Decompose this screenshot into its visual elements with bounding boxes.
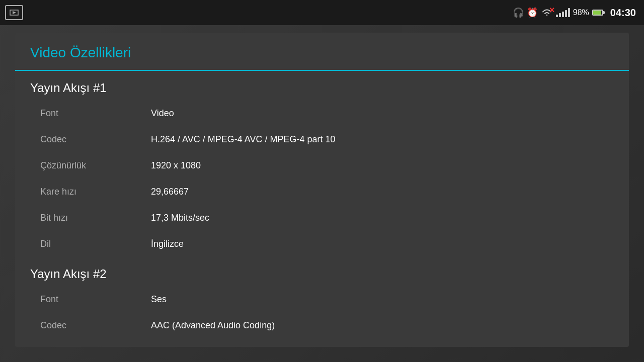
stream1-font-value: Video bbox=[151, 108, 604, 119]
stream1-codec-label: Codec bbox=[40, 134, 151, 145]
battery-percentage: 98% bbox=[573, 8, 589, 17]
dialog-title: Video Özellikleri bbox=[30, 45, 614, 61]
stream2-codec-value: AAC (Advanced Audio Coding) bbox=[151, 320, 604, 331]
stream1-resolution-label: Çözünürlük bbox=[40, 160, 151, 171]
dialog-header: Video Özellikleri bbox=[15, 33, 629, 71]
stream-section-1: Yayın Akışı #1 Font Video Codec H.264 / … bbox=[30, 81, 614, 257]
headset-icon: 🎧 bbox=[513, 7, 524, 18]
stream1-framerate-value: 29,66667 bbox=[151, 187, 604, 197]
stream1-resolution-row: Çözünürlük 1920 x 1080 bbox=[30, 152, 614, 178]
status-bar: 🎧 ⏰ ✕ 98% 04:30 bbox=[0, 0, 644, 25]
stream2-codec-row: Codec AAC (Advanced Audio Coding) bbox=[30, 312, 614, 338]
stream1-framerate-row: Kare hızı 29,66667 bbox=[30, 178, 614, 205]
svg-marker-2 bbox=[13, 11, 16, 14]
thumbnail-icon-left bbox=[5, 0, 23, 25]
stream1-bitrate-row: Bit hızı 17,3 Mbits/sec bbox=[30, 205, 614, 231]
stream-1-heading: Yayın Akışı #1 bbox=[30, 81, 614, 95]
dialog: Video Özellikleri Yayın Akışı #1 Font Vi… bbox=[15, 33, 629, 347]
stream1-resolution-value: 1920 x 1080 bbox=[151, 160, 604, 171]
media-thumbnail-icon bbox=[5, 5, 23, 20]
battery-fill bbox=[593, 11, 601, 15]
status-icons: 🎧 ⏰ ✕ 98% 04:30 bbox=[513, 7, 636, 19]
stream1-bitrate-value: 17,3 Mbits/sec bbox=[151, 213, 604, 223]
stream1-language-value: İngilizce bbox=[151, 239, 604, 249]
stream1-bitrate-label: Bit hızı bbox=[40, 213, 151, 223]
stream2-font-value: Ses bbox=[151, 294, 604, 305]
wifi-x-indicator: ✕ bbox=[549, 6, 555, 14]
stream-section-2: Yayın Akışı #2 Font Ses Codec AAC (Advan… bbox=[30, 267, 614, 338]
stream1-language-row: Dil İngilizce bbox=[30, 231, 614, 257]
status-time: 04:30 bbox=[610, 7, 636, 19]
stream1-codec-row: Codec H.264 / AVC / MPEG-4 AVC / MPEG-4 … bbox=[30, 126, 614, 152]
stream1-language-label: Dil bbox=[40, 239, 151, 249]
wifi-status: ✕ bbox=[541, 8, 553, 17]
signal-bars-icon bbox=[556, 8, 570, 17]
battery-icon-container bbox=[592, 10, 603, 16]
stream2-font-row: Font Ses bbox=[30, 286, 614, 312]
stream-2-heading: Yayın Akışı #2 bbox=[30, 267, 614, 281]
alarm-icon: ⏰ bbox=[527, 7, 538, 18]
stream2-codec-label: Codec bbox=[40, 320, 151, 331]
dialog-content[interactable]: Yayın Akışı #1 Font Video Codec H.264 / … bbox=[15, 71, 629, 340]
stream1-font-label: Font bbox=[40, 108, 151, 119]
battery-icon bbox=[592, 10, 603, 16]
stream2-font-label: Font bbox=[40, 294, 151, 305]
stream1-font-row: Font Video bbox=[30, 100, 614, 126]
stream1-codec-value: H.264 / AVC / MPEG-4 AVC / MPEG-4 part 1… bbox=[151, 134, 604, 145]
stream1-framerate-label: Kare hızı bbox=[40, 187, 151, 197]
